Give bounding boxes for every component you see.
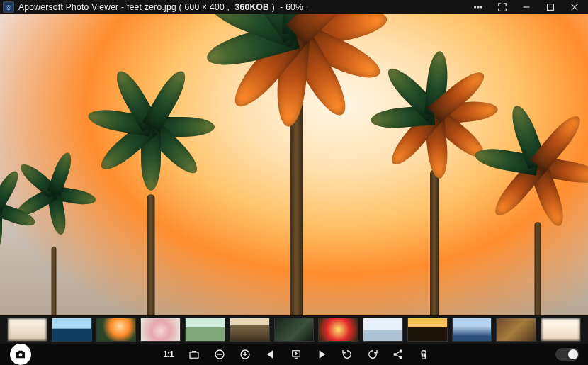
more-options-button[interactable] [472, 1, 485, 13]
app-name: Apowersoft Photo Viewer [18, 2, 118, 12]
delete-button[interactable] [416, 347, 431, 362]
thumbnail-item[interactable] [52, 318, 92, 342]
maximize-button[interactable] [544, 1, 557, 13]
thumbnail-item[interactable] [407, 318, 448, 342]
briefcase-icon [188, 348, 200, 361]
title-bar: ◎ Apowersoft Photo Viewer - feet zero.jp… [0, 0, 588, 14]
file-dimensions: ( 600 × 400 , [179, 2, 230, 12]
batch-button[interactable] [186, 347, 202, 362]
zoom-level: - 60% , [280, 2, 308, 12]
zoom-out-icon [213, 348, 226, 361]
thumbnail-item[interactable] [274, 318, 315, 342]
svg-point-11 [400, 356, 402, 359]
zoom-in-button[interactable] [237, 347, 253, 362]
thumbnail-item[interactable] [452, 318, 492, 342]
thumbnail-item[interactable] [140, 318, 181, 342]
next-icon [315, 348, 328, 361]
minimize-button[interactable] [520, 1, 533, 13]
share-button[interactable] [390, 347, 406, 362]
svg-rect-5 [190, 352, 198, 358]
thumbnail-item[interactable] [185, 318, 225, 342]
file-size-close: ) [272, 2, 275, 12]
thumbnail-item[interactable] [96, 318, 137, 342]
thumbnail-item[interactable] [318, 318, 358, 342]
close-button[interactable] [568, 1, 581, 13]
app-icon: ◎ [3, 1, 14, 13]
rotate-cw-icon [366, 348, 379, 361]
trash-icon [417, 348, 430, 361]
image-viewport[interactable] [0, 14, 588, 315]
previous-button[interactable] [263, 347, 278, 362]
file-size: 360KOB [235, 2, 270, 12]
svg-point-1 [477, 6, 479, 8]
screenshot-button[interactable] [10, 344, 31, 365]
svg-point-10 [400, 350, 402, 352]
bottom-toolbar: 1:1 [0, 344, 588, 365]
svg-rect-3 [548, 4, 554, 11]
rotate-right-button[interactable] [365, 347, 380, 362]
share-icon [392, 348, 405, 361]
slideshow-icon [290, 348, 303, 361]
svg-point-4 [19, 353, 23, 356]
thumbnail-item[interactable] [363, 318, 403, 342]
camera-icon [14, 348, 27, 361]
main-image [0, 14, 588, 315]
thumbnail-item[interactable] [230, 318, 270, 342]
window-title: Apowersoft Photo Viewer - feet zero.jpg … [18, 2, 308, 12]
thumbnail-item[interactable] [496, 318, 536, 342]
next-button[interactable] [314, 347, 329, 362]
zoom-out-button[interactable] [212, 347, 227, 362]
file-name: feet zero.jpg [127, 2, 176, 12]
rotate-left-button[interactable] [339, 347, 355, 362]
thumbnail-item[interactable] [541, 318, 581, 342]
toggle-knob [568, 349, 578, 359]
theme-toggle[interactable] [555, 348, 579, 361]
title-sep: - [118, 2, 127, 12]
thumbnail-strip[interactable] [0, 315, 588, 344]
svg-point-0 [475, 6, 476, 8]
svg-point-2 [480, 6, 482, 8]
thumbnail-item[interactable] [7, 318, 47, 342]
svg-point-9 [393, 353, 395, 355]
fullscreen-button[interactable] [496, 1, 509, 13]
rotate-ccw-icon [341, 348, 354, 361]
prev-icon [264, 348, 277, 361]
slideshow-button[interactable] [288, 347, 304, 362]
actual-size-button[interactable]: 1:1 [161, 347, 176, 362]
zoom-in-icon [239, 348, 251, 361]
